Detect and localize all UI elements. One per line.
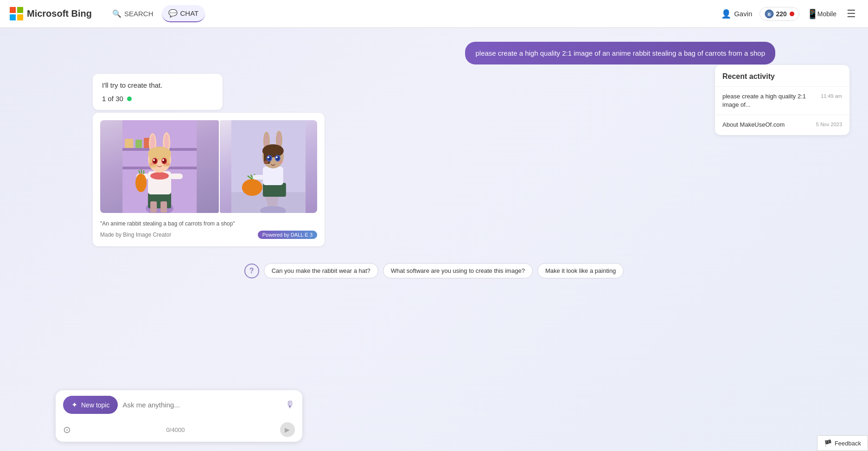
- logo-text: Microsoft Bing: [27, 8, 92, 19]
- svg-point-68: [278, 161, 283, 163]
- svg-point-41: [165, 163, 170, 166]
- bot-response: I'll try to create that. 1 of 30: [93, 74, 775, 246]
- chat-input[interactable]: [122, 401, 281, 409]
- svg-rect-21: [170, 174, 183, 179]
- svg-rect-53: [253, 175, 267, 180]
- recent-item-text-1: About MakeUseOf.com: [722, 121, 812, 129]
- suggestion-0[interactable]: Can you make the rabbit wear a hat?: [264, 263, 378, 278]
- mobile-icon: 📱: [807, 8, 815, 19]
- recent-item-0[interactable]: please create a high quality 2:1 image o…: [715, 86, 849, 115]
- search-nav-label: SEARCH: [124, 10, 153, 18]
- svg-point-65: [268, 156, 269, 158]
- search-nav-item[interactable]: 🔍 SEARCH: [106, 5, 160, 22]
- new-topic-label: New topic: [81, 401, 109, 409]
- svg-point-38: [153, 159, 155, 161]
- input-bar: ✦ New topic 🎙 ⊙ 0/4000 ▶: [56, 390, 302, 442]
- hamburger-menu[interactable]: ☰: [844, 5, 859, 23]
- recent-item-row-0: please create a high quality 2:1 image o…: [722, 92, 842, 109]
- reward-icon: B: [765, 9, 774, 19]
- anime-right-svg: [220, 120, 317, 213]
- input-bottom: ⊙ 0/4000 ▶: [56, 419, 302, 442]
- new-topic-button[interactable]: ✦ New topic: [63, 396, 118, 414]
- microsoft-logo: [9, 6, 24, 21]
- header-right: 👤 Gavin B 220 📱 Mobile ☰: [721, 5, 859, 23]
- recent-activity-panel: Recent activity please create a high qua…: [715, 65, 849, 135]
- microphone-icon[interactable]: 🎙: [286, 399, 295, 410]
- svg-text:B: B: [768, 12, 771, 17]
- quota-dot: [127, 97, 132, 101]
- svg-rect-0: [10, 7, 16, 13]
- image-footer: Made by Bing Image Creator Powered by DA…: [100, 231, 317, 239]
- svg-point-22: [135, 174, 147, 192]
- svg-point-67: [264, 161, 268, 163]
- dall-badge: Powered by DALL·E 3: [258, 231, 317, 239]
- svg-rect-17: [160, 201, 167, 213]
- feedback-label: Feedback: [835, 440, 861, 447]
- suggestion-1[interactable]: What software are you using to create th…: [383, 263, 533, 278]
- recent-item-time-0: 11:49 am: [821, 93, 842, 99]
- main: please create a high quality 2:1 image o…: [0, 0, 868, 451]
- image-caption: "An anime rabbit stealing a bag of carro…: [100, 220, 317, 227]
- svg-rect-16: [150, 201, 157, 213]
- search-nav-icon: 🔍: [112, 9, 121, 18]
- svg-point-66: [276, 156, 278, 158]
- chat-nav-label: CHAT: [180, 9, 199, 17]
- camera-icon[interactable]: ⊙: [63, 424, 71, 435]
- recent-item-text-0: please create a high quality 2:1 image o…: [722, 92, 817, 109]
- anime-image-left[interactable]: [100, 120, 219, 213]
- chat-nav-item[interactable]: 💬 CHAT: [162, 5, 205, 22]
- svg-rect-2: [10, 14, 16, 20]
- suggestion-2[interactable]: Make it look like a painting: [537, 263, 624, 278]
- user-message: please create a high quality 2:1 image o…: [465, 42, 775, 64]
- svg-point-49: [242, 179, 262, 196]
- reward-notification-dot: [790, 12, 794, 16]
- feedback-button[interactable]: 🏴 Feedback: [817, 435, 868, 451]
- feedback-icon: 🏴: [824, 439, 832, 447]
- question-icon[interactable]: ?: [244, 264, 259, 278]
- suggestions: ? Can you make the rabbit wear a hat? Wh…: [93, 263, 775, 278]
- user-menu[interactable]: 👤 Gavin: [721, 9, 752, 19]
- logo[interactable]: Microsoft Bing: [9, 6, 92, 21]
- image-container[interactable]: [100, 120, 317, 213]
- user-name: Gavin: [734, 10, 752, 18]
- recent-item-time-1: 5 Nov 2023: [816, 122, 842, 127]
- svg-point-39: [162, 159, 164, 161]
- svg-rect-1: [17, 7, 23, 13]
- bot-text: I'll try to create that.: [102, 81, 213, 89]
- made-by: Made by Bing Image Creator: [100, 232, 171, 238]
- chat-nav-icon: 💬: [168, 9, 178, 18]
- reward-badge[interactable]: B 220: [760, 7, 799, 21]
- anime-image-right[interactable]: [220, 120, 317, 213]
- char-count: 0/4000: [166, 426, 185, 433]
- input-top: ✦ New topic 🎙: [56, 390, 302, 419]
- svg-point-40: [149, 163, 154, 166]
- reward-count: 220: [776, 10, 786, 18]
- send-button[interactable]: ▶: [280, 422, 295, 437]
- anime-left-svg: [100, 120, 219, 213]
- recent-activity-title: Recent activity: [715, 65, 849, 86]
- recent-item-1[interactable]: About MakeUseOf.com 5 Nov 2023: [715, 115, 849, 135]
- mobile-label: Mobile: [817, 10, 836, 18]
- nav: 🔍 SEARCH 💬 CHAT: [106, 5, 205, 22]
- new-topic-icon: ✦: [71, 400, 77, 409]
- header: Microsoft Bing 🔍 SEARCH 💬 CHAT 👤 Gavin B…: [0, 0, 868, 28]
- svg-rect-3: [17, 14, 23, 20]
- recent-item-row-1: About MakeUseOf.com 5 Nov 2023: [722, 121, 842, 129]
- user-icon: 👤: [721, 9, 731, 19]
- svg-point-19: [150, 172, 169, 180]
- input-area: ✦ New topic 🎙 ⊙ 0/4000 ▶: [56, 390, 302, 442]
- image-card: "An anime rabbit stealing a bag of carro…: [93, 113, 325, 246]
- bot-text-card: I'll try to create that. 1 of 30: [93, 74, 223, 110]
- svg-rect-12: [135, 140, 142, 148]
- svg-rect-11: [125, 139, 133, 148]
- user-message-wrap: please create a high quality 2:1 image o…: [93, 42, 775, 64]
- quota-label: 1 of 30: [102, 95, 123, 103]
- mobile-button[interactable]: 📱 Mobile: [807, 8, 836, 19]
- quota-row: 1 of 30: [102, 95, 213, 103]
